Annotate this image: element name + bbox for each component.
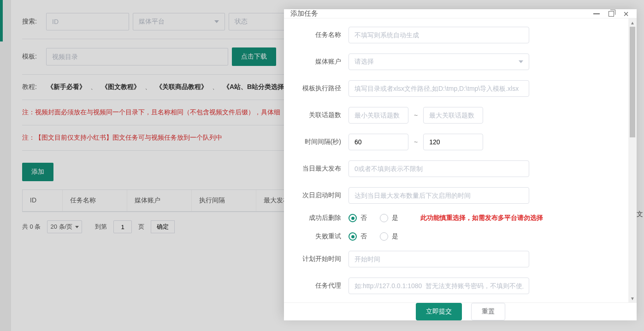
proxy-input[interactable] [349, 278, 529, 294]
range-tilde: ~ [414, 138, 418, 146]
next-day-input[interactable] [349, 187, 529, 204]
task-name-input[interactable] [349, 27, 529, 43]
scroll-thumb[interactable] [630, 27, 635, 137]
retry-yes-radio[interactable]: 是 [380, 232, 398, 241]
chevron-down-icon [519, 60, 523, 63]
reset-button[interactable]: 重置 [471, 303, 505, 320]
field-plan-start: 计划开始时间 [300, 251, 613, 267]
daily-max-input[interactable] [349, 160, 529, 177]
interval-max-input[interactable] [423, 134, 483, 150]
modal-body: 任务名称 媒体账户 请选择 模板执行路径 [284, 18, 628, 302]
media-account-select[interactable]: 请选择 [349, 53, 529, 70]
maximize-icon[interactable] [607, 10, 615, 18]
related-min-input[interactable] [349, 107, 408, 124]
field-related-count: 关联话题数 ~ [300, 107, 613, 124]
field-next-day: 次日启动时间 [300, 187, 613, 204]
modal-window-controls: × [592, 10, 630, 18]
delete-warning: 此功能慎重选择，如需发布多平台请勿选择 [420, 214, 543, 222]
field-proxy: 任务代理 [300, 278, 613, 294]
modal-header: 添加任务 × [284, 9, 637, 18]
modal-title: 添加任务 [290, 9, 318, 18]
field-daily-max: 当日最大发布 [300, 160, 613, 177]
modal-scrollbar[interactable]: ▲ ▼ [628, 18, 637, 302]
modal-footer: 立即提交 重置 [284, 302, 637, 320]
field-task-name: 任务名称 [300, 27, 613, 43]
delete-after-yes-radio[interactable]: 是 [380, 214, 398, 222]
delete-after-no-radio[interactable]: 否 [349, 214, 367, 222]
field-template-path: 模板执行路径 [300, 80, 613, 97]
field-time-interval: 时间间隔(秒) ~ [300, 134, 613, 150]
interval-min-input[interactable] [349, 134, 408, 150]
retry-no-radio[interactable]: 否 [349, 232, 367, 241]
field-delete-after: 成功后删除 否 是 此功能慎重选择，如需发布多平台请勿选择 [300, 214, 613, 222]
scroll-down-icon[interactable]: ▼ [628, 294, 637, 302]
range-tilde: ~ [414, 112, 418, 119]
field-retry-fail: 失败重试 否 是 [300, 232, 613, 241]
minimize-icon[interactable] [592, 10, 601, 18]
submit-button[interactable]: 立即提交 [416, 303, 462, 320]
close-icon[interactable]: × [622, 10, 630, 18]
template-path-input[interactable] [349, 80, 529, 97]
add-task-modal: 添加任务 × 任务名称 媒体账户 请选择 [284, 9, 637, 318]
field-media-account: 媒体账户 请选择 [300, 53, 613, 70]
scroll-up-icon[interactable]: ▲ [628, 18, 637, 27]
related-max-input[interactable] [423, 107, 483, 124]
plan-start-input[interactable] [349, 251, 529, 267]
